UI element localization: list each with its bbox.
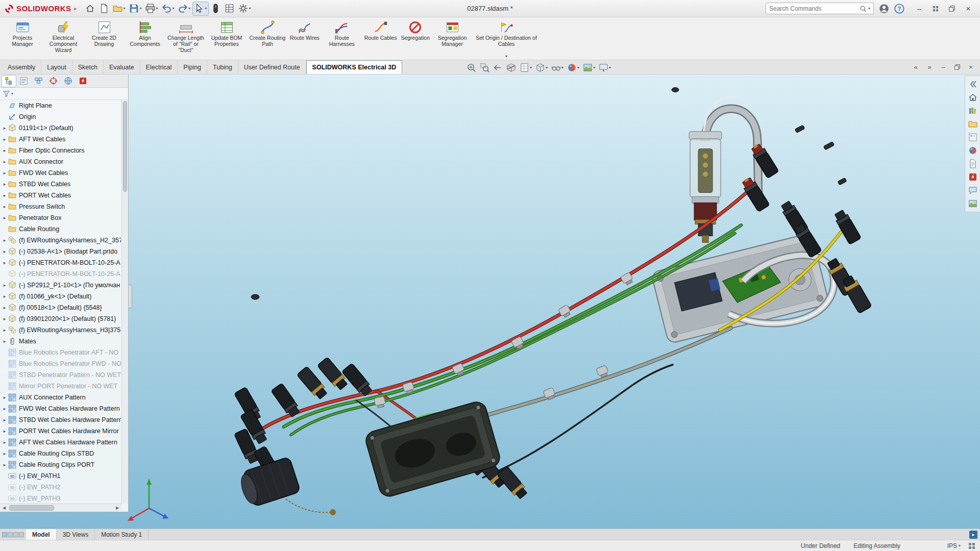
expand-arrow-icon[interactable]: ▸ — [1, 238, 8, 243]
solidworks-resources-button[interactable] — [967, 92, 978, 103]
dropdown-caret-icon[interactable]: ▾ — [139, 6, 141, 11]
tab-sketch[interactable]: Sketch — [72, 60, 104, 74]
tree-item-ew-path3[interactable]: (-) EW_PATH3 — [1, 493, 121, 504]
undo-button[interactable]: ▾ — [160, 2, 176, 15]
ribbon-segregation-button[interactable]: Segregation — [399, 19, 432, 59]
expand-arrow-icon[interactable]: ▸ — [1, 406, 8, 411]
select-button[interactable]: ▾ — [193, 2, 208, 15]
apply-scene-button[interactable]: ▾ — [582, 62, 596, 73]
split-view-icon[interactable] — [8, 532, 13, 537]
dropdown-caret-icon[interactable]: ▾ — [172, 6, 174, 11]
expand-arrow-icon[interactable]: ▸ — [1, 170, 8, 176]
mounting-plate[interactable] — [651, 233, 829, 344]
zoom-to-area-button[interactable] — [479, 62, 491, 73]
expand-arrow-icon[interactable]: ▸ — [1, 204, 8, 209]
expand-arrow-icon[interactable]: ▸ — [1, 451, 8, 456]
panel-tab-propertymanager[interactable] — [17, 76, 31, 87]
edit-appearance-button[interactable]: ▾ — [566, 62, 580, 73]
tree-item-fiber-optic-connectors[interactable]: ▸Fiber Optic Connectors — [1, 145, 121, 156]
split-view-icon[interactable] — [19, 532, 24, 537]
expand-arrow-icon[interactable]: ▸ — [1, 417, 8, 422]
close-button[interactable]: × — [961, 3, 976, 15]
restore-button[interactable] — [944, 3, 960, 15]
redo-button[interactable]: ▾ — [177, 2, 192, 15]
expand-arrow-icon[interactable]: ▸ — [1, 215, 8, 220]
ribbon-create-routing-path-button[interactable]: Create Routing Path — [247, 19, 288, 59]
filter-caret-icon[interactable]: ▾ — [11, 91, 13, 96]
filter-input[interactable] — [14, 89, 126, 98]
tree-item-cable-routing-clips-stbd[interactable]: ▸Cable Routing Clips STBD — [1, 448, 121, 459]
scroll-left-icon[interactable]: ◀ — [0, 506, 8, 510]
penetrator-assembly[interactable] — [689, 96, 758, 242]
tile-windows-icon[interactable] — [968, 542, 976, 550]
tree-item-blue-robotics-penetrator-aft-no[interactable]: Blue Robotics Penetrator AFT - NO — [1, 347, 121, 358]
ribbon-set-origin-destination-of-cables-button[interactable]: Set Origin / Destination of Cables▾ — [473, 19, 540, 59]
doc-restore-button[interactable] — [951, 62, 963, 73]
search-dropdown-caret-icon[interactable]: ▾ — [868, 6, 870, 11]
doc-minimize-button[interactable]: – — [937, 62, 949, 73]
view-orientation-button[interactable]: ▾ — [534, 62, 549, 73]
search-icon[interactable] — [860, 5, 867, 12]
tree-item-pressure-switch[interactable]: ▸Pressure Switch — [1, 201, 121, 212]
expand-arrow-icon[interactable]: ▸ — [1, 316, 8, 321]
tree-item-aft-wet-cables[interactable]: ▸AFT Wet Cables — [1, 134, 121, 145]
panel-tab-dimxpertmanager[interactable] — [46, 76, 60, 87]
new-document-button[interactable] — [97, 2, 110, 15]
open-button[interactable]: ▾ — [111, 2, 127, 15]
connector-canister[interactable] — [237, 457, 301, 508]
tree-item-port-wet-cables[interactable]: ▸PORT Wet Cables — [1, 190, 121, 201]
expand-arrow-icon[interactable]: ▸ — [1, 260, 8, 265]
dropdown-caret-icon[interactable]: ▾ — [593, 65, 595, 70]
ribbon-projects-manager-button[interactable]: Projects Manager — [2, 19, 43, 59]
dropdown-caret-icon[interactable]: ▾ — [577, 65, 579, 70]
tree-item-ew-path2[interactable]: (-) EW_PATH2 — [1, 482, 121, 493]
expand-arrow-icon[interactable]: ▸ — [1, 294, 8, 299]
tree-item-stbd-wet-cables[interactable]: ▸STBD Wet Cables — [1, 179, 121, 190]
tree-item-02538-a-1-biodapt-part-prtdo[interactable]: ▸(-) 02538-A<1> (Biodapt Part.prtdo — [1, 246, 121, 257]
dropdown-caret-icon[interactable]: ▾ — [530, 65, 532, 70]
tree-item-origin[interactable]: Origin — [1, 111, 121, 122]
evaluate-table-button[interactable] — [223, 2, 236, 15]
brand-expand-icon[interactable]: ▸ — [74, 6, 77, 11]
tree-item-f-01066-yk-1-default[interactable]: ▸(f) 01066_yk<1> (Default) — [1, 291, 121, 302]
dropdown-caret-icon[interactable]: ▾ — [546, 65, 548, 70]
pane-back-icon[interactable]: « — [910, 62, 922, 73]
expand-arrow-icon[interactable]: ▸ — [1, 339, 8, 344]
tree-item-f-039012020-1-default-5781[interactable]: ▸(f) 039012020<1> (Default) {5781} — [1, 313, 121, 324]
custom-properties-button[interactable] — [967, 158, 978, 169]
mouse-gesture-button[interactable] — [209, 2, 222, 15]
panel-tab-configurationmanager[interactable] — [32, 76, 45, 87]
tree-item-right-plane[interactable]: Right Plane — [1, 100, 121, 111]
search-commands-box[interactable]: ▾ — [766, 3, 874, 14]
tree-item-mirror-port-penetrator-no-wet[interactable]: Mirror PORT Penetrator - NO WET — [1, 381, 121, 392]
panel-tab-electrical-manager[interactable] — [76, 76, 90, 87]
section-view-button[interactable] — [505, 62, 517, 73]
cable-harness[interactable] — [262, 186, 843, 478]
dropdown-caret-icon[interactable]: ▾ — [249, 6, 251, 11]
tree-horizontal-scrollbar[interactable]: ◀ ▶ — [0, 504, 121, 512]
pane-forward-icon[interactable]: » — [923, 62, 936, 73]
tab-solidworks-electrical-3d[interactable]: SOLIDWORKS Electrical 3D — [306, 60, 403, 74]
tree-item-port-wet-cables-hardware-mirror[interactable]: ▸PORT Wet Cables Hardware Mirror — [1, 425, 121, 437]
print-button[interactable]: ▾ — [144, 2, 159, 15]
solidworks-forum-button[interactable] — [967, 185, 978, 196]
ribbon-route-harnesses-button[interactable]: Route Harnesses — [322, 19, 362, 59]
expand-arrow-icon[interactable]: ▸ — [1, 249, 8, 254]
panel-tab-displaymanager[interactable] — [61, 76, 75, 87]
expand-arrow-icon[interactable]: ▸ — [1, 137, 8, 142]
ribbon-segregation-manager-button[interactable]: Segregation Manager — [432, 19, 473, 59]
ribbon-update-bom-properties-button[interactable]: Update BOM Properties — [206, 19, 247, 59]
3d-model-view[interactable] — [0, 74, 980, 529]
tree-item-aux-connector-pattern[interactable]: ▸AUX Connector Pattern — [1, 392, 121, 403]
dropdown-caret-icon[interactable]: ▾ — [609, 65, 611, 70]
graphics-area[interactable]: ▾ Right PlaneOrigin▸01191<1> (Default)▸A… — [0, 74, 980, 529]
tree-item-penetrator-box[interactable]: ▸Penetrator Box — [1, 212, 121, 223]
vscroll-thumb[interactable] — [123, 101, 127, 192]
expand-arrow-icon[interactable]: ▸ — [1, 440, 8, 445]
tree-item-aft-wet-cables-hardware-pattern[interactable]: ▸AFT Wet Cables Hardware Pattern — [1, 437, 121, 448]
window-layout-button[interactable] — [928, 3, 943, 15]
expand-arrow-icon[interactable]: ▸ — [1, 429, 8, 434]
tree-item-ew-path1[interactable]: (-) EW_PATH1 — [1, 470, 121, 482]
tree-item-sp2912-p1-10-1[interactable]: ▸(-) SP2912_P1-10<1> (По умолчан — [1, 280, 121, 291]
lanyard-chain[interactable] — [286, 499, 335, 515]
